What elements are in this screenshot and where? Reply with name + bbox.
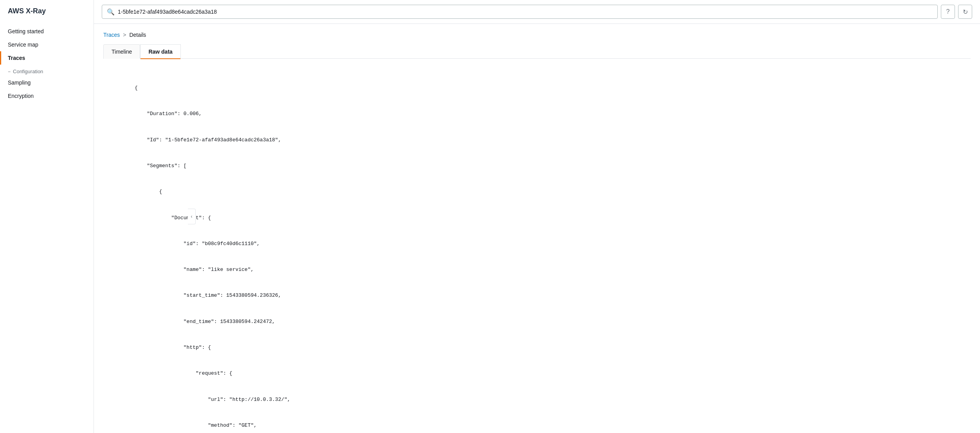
top-bar: 🔍 ? ↻: [94, 0, 980, 24]
search-container: 🔍: [102, 5, 938, 19]
json-line-0: {: [135, 84, 971, 92]
json-content-wrapper: { "Duration": 0.006, "Id": "1-5bfe1e72-a…: [103, 67, 971, 433]
tabs-container: Timeline Raw data: [103, 44, 971, 59]
json-line-3: "Segments": [: [135, 162, 971, 170]
tab-raw-data[interactable]: Raw data: [140, 44, 180, 59]
sidebar-item-sampling[interactable]: Sampling: [0, 76, 94, 89]
breadcrumb-current: Details: [129, 32, 146, 38]
json-content: { "Duration": 0.006, "Id": "1-5bfe1e72-a…: [135, 67, 971, 433]
sidebar-link-getting-started[interactable]: Getting started: [0, 25, 94, 38]
sidebar-link-sampling[interactable]: Sampling: [0, 76, 94, 89]
json-line-5: "Document": {: [135, 214, 971, 222]
configuration-label: Configuration: [13, 69, 43, 74]
sidebar-nav: Getting started Service map Traces − Con…: [0, 22, 94, 106]
help-button[interactable]: ?: [941, 5, 955, 19]
sidebar-item-encryption[interactable]: Encryption: [0, 89, 94, 103]
breadcrumb-separator: >: [123, 32, 126, 38]
json-line-4: {: [135, 188, 971, 196]
collapse-icon: −: [8, 69, 11, 74]
breadcrumb: Traces > Details: [103, 32, 971, 38]
sidebar-item-traces[interactable]: Traces: [0, 51, 94, 65]
json-line-6: "id": "b08c9fc40d6c1110",: [135, 240, 971, 248]
json-line-10: "http": {: [135, 343, 971, 352]
sidebar-link-traces[interactable]: Traces: [0, 51, 94, 65]
tab-timeline[interactable]: Timeline: [103, 44, 140, 59]
json-line-1: "Duration": 0.006,: [135, 110, 971, 118]
refresh-button[interactable]: ↻: [958, 5, 972, 19]
json-line-9: "end_time": 1543380594.242472,: [135, 318, 971, 326]
sidebar: AWS X-Ray Getting started Service map Tr…: [0, 0, 94, 433]
sidebar-link-encryption[interactable]: Encryption: [0, 89, 94, 103]
search-icon: 🔍: [107, 8, 115, 16]
json-line-13: "method": "GET",: [135, 421, 971, 430]
sidebar-configuration-header: − Configuration: [0, 65, 94, 76]
json-line-2: "Id": "1-5bfe1e72-afaf493ad8e64cadc26a3a…: [135, 136, 971, 144]
page-content: Traces > Details Timeline Raw data { "Du…: [94, 24, 980, 433]
json-line-7: "name": "like service",: [135, 265, 971, 274]
sidebar-link-service-map[interactable]: Service map: [0, 38, 94, 51]
app-logo: AWS X-Ray: [0, 0, 94, 22]
refresh-icon: ↻: [963, 8, 968, 16]
json-line-12: "url": "http://10.0.3.32/",: [135, 395, 971, 404]
main-content: ‹ 🔍 ? ↻ Traces > Details Timeline Raw da…: [94, 0, 980, 433]
json-line-8: "start_time": 1543380594.236326,: [135, 291, 971, 300]
sidebar-item-service-map[interactable]: Service map: [0, 38, 94, 51]
sidebar-item-getting-started[interactable]: Getting started: [0, 25, 94, 38]
search-input[interactable]: [118, 9, 933, 15]
breadcrumb-parent-link[interactable]: Traces: [103, 32, 120, 38]
help-icon: ?: [946, 8, 950, 15]
sidebar-toggle-button[interactable]: ‹: [188, 209, 196, 224]
json-line-11: "request": {: [135, 369, 971, 378]
